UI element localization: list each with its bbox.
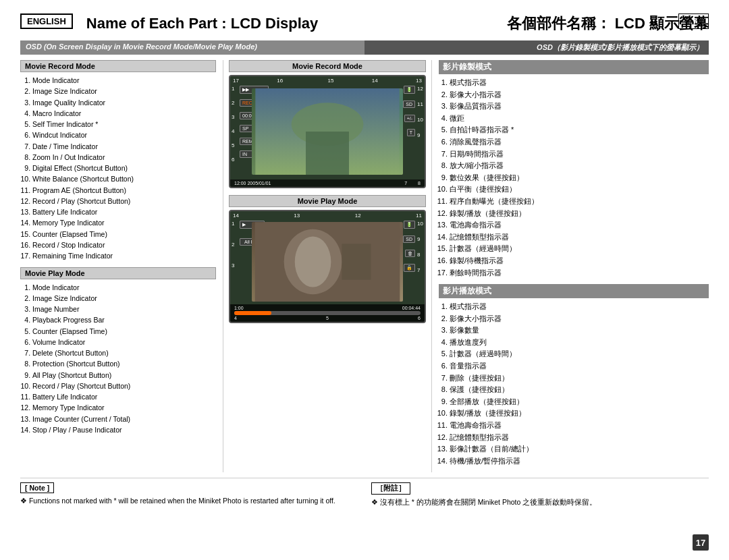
list-item: White Balance (Shortcut Button) (32, 173, 216, 184)
cn-play-header: 影片播放模式 (439, 284, 709, 298)
list-item: Image Size Indicator (32, 293, 216, 304)
taiwan-badge: 臺 灣 (678, 13, 709, 29)
list-item: 記憶體類型指示器 (450, 432, 709, 444)
list-item: 播放進度列 (450, 337, 709, 349)
list-item: Date / Time Indicator (32, 141, 216, 152)
num-8: 8 (418, 181, 421, 186)
play-mem-icon: SD (403, 235, 415, 243)
record-top-numbers: 17 16 15 14 13 (230, 78, 425, 84)
play-elapsed: 1:00 (234, 306, 244, 310)
list-item: Record / Play (Shortcut Button) (32, 196, 216, 206)
osd-left: OSD (On Screen Display in Movie Record M… (20, 40, 364, 55)
osd-banner: OSD (On Screen Display in Movie Record M… (20, 40, 709, 55)
record-left-numbers: 1 2 3 4 5 6 (232, 86, 234, 163)
list-item: Volume Indicator (32, 337, 216, 347)
list-item: Playback Progress Bar (32, 314, 216, 325)
list-item: 影像大小指示器 (450, 89, 709, 101)
svg-rect-6 (342, 244, 371, 280)
cn-play-list: 模式指示器 影像大小指示器 影像數量 播放進度列 計數器（經過時間） 音量指示器… (439, 301, 709, 467)
cn-record-header: 影片錄製模式 (439, 60, 709, 74)
list-item: 數位效果（捷徑按鈕） (450, 172, 709, 184)
list-item: Stop / Play / Pause Indicator (32, 424, 216, 435)
play-mode-list: Mode Indicator Image Size Indicator Imag… (20, 282, 216, 436)
play-protect-icon: 🔒 (404, 264, 415, 272)
note-en-content: ❖ Functions not marked with * will be re… (20, 496, 358, 507)
list-item: Image Number (32, 304, 216, 314)
record-right-numbers: 12 11 10 9 (417, 86, 423, 138)
cn-record-section: 影片錄製模式 模式指示器 影像大小指示器 影像品質指示器 微距 自拍計時器指示器… (439, 60, 709, 279)
list-item: 自拍計時器指示器 * (450, 124, 709, 136)
list-item: Windcut Indicator (32, 130, 216, 140)
play-battery-icon: 🔋 (404, 221, 415, 229)
list-item: 白平衡（捷徑按鈕） (450, 184, 709, 196)
list-item: 計數器（經過時間） (450, 243, 709, 255)
title-cn: 各個部件名稱： LCD 顯示螢幕 (398, 13, 709, 34)
pnum-13: 13 (294, 213, 300, 219)
list-item: 電池壽命指示器 (450, 219, 709, 231)
list-item: Record / Play (Shortcut Button) (32, 381, 216, 391)
num-12: 12 (417, 86, 423, 92)
list-item: 計數器（經過時間） (450, 348, 709, 360)
play-time-row: 1:00 00:04:44 (234, 306, 421, 310)
list-item: Digital Effect (Shortcut Button) (32, 163, 216, 173)
record-bottom-nums: 7 8 (404, 181, 421, 186)
num-9: 9 (417, 132, 423, 138)
list-item: Record / Stop Indicator (32, 240, 216, 250)
record-mode-list: Mode Indicator Image Size Indicator Imag… (20, 75, 216, 262)
list-item: Protection (Shortcut Button) (32, 358, 216, 369)
record-mode-section: Movie Record Mode Mode Indicator Image S… (20, 60, 216, 262)
num-15: 15 (328, 78, 334, 84)
center-column: Movie Record Mode 17 16 15 14 13 1 2 3 4… (223, 60, 432, 472)
zoom-icon: +/- (404, 115, 415, 122)
note-cn-text: 沒有標上 * 的功能將會在關閉 Miniket Photo 之後重新啟動時保留。 (380, 498, 597, 506)
list-item: 模式指示器 (450, 301, 709, 313)
note-section: [ Note ] ❖ Functions not marked with * w… (20, 478, 709, 508)
note-cn-header: ［附註］ (371, 482, 410, 495)
record-camera-photo (252, 88, 403, 175)
osd-right: OSD（影片錄製模式/影片播放模式下的螢幕顯示） (364, 40, 709, 55)
list-item: 刪除（捷徑按鈕） (450, 372, 709, 385)
note-en: [ Note ] ❖ Functions not marked with * w… (20, 482, 358, 508)
list-item: 消除風聲指示器 (450, 136, 709, 148)
play-camera-screen: 14 13 12 11 1 2 3 ▶ All Play (229, 210, 426, 323)
pnum-14: 14 (233, 213, 239, 219)
list-item: 日期/時間指示器 (450, 148, 709, 161)
record-camera-screen: 17 16 15 14 13 1 2 3 4 5 6 ▶▶ (229, 75, 426, 188)
play-bottom-bar: 1:00 00:04:44 4 5 6 (230, 304, 425, 322)
record-mode-header: Movie Record Mode (20, 60, 216, 72)
list-item: Battery Life Indicator (32, 391, 216, 402)
num-7: 7 (404, 181, 407, 186)
svg-rect-2 (306, 132, 349, 175)
pnum-9: 9 (417, 236, 423, 242)
right-column: 影片錄製模式 模式指示器 影像大小指示器 影像品質指示器 微距 自拍計時器指示器… (432, 60, 709, 472)
battery-icon: 🔋 (404, 86, 415, 94)
english-badge: ENGLISH (20, 13, 73, 29)
header: ENGLISH Name of Each Part : LCD Display … (20, 13, 709, 36)
left-column: Movie Record Mode Mode Indicator Image S… (20, 60, 223, 472)
list-item: 影像品質指示器 (450, 101, 709, 113)
play-camera-photo (252, 222, 403, 302)
note-en-text: Functions not marked with * will be reta… (29, 497, 335, 505)
page: ENGLISH Name of Each Part : LCD Display … (0, 0, 729, 560)
pnum-3: 3 (232, 262, 234, 269)
list-item: 錄製/待機指示器 (450, 255, 709, 267)
list-item: Mode Indicator (32, 282, 216, 293)
play-mode-label: Movie Play Mode (229, 195, 426, 207)
list-item: Remaining Time Indicator (32, 250, 216, 261)
list-item: Counter (Elapsed Time) (32, 229, 216, 240)
list-item: Counter (Elapsed Time) (32, 326, 216, 337)
num-5: 5 (232, 142, 234, 148)
play-top-numbers: 14 13 12 11 (230, 213, 425, 219)
record-right-icons: 🔋 SD +/- T (403, 86, 415, 136)
list-item: Program AE (Shortcut Button) (32, 185, 216, 196)
pnum-11: 11 (416, 213, 422, 219)
pnum-10: 10 (417, 221, 423, 227)
list-item: 待機/播放/暫停指示器 (450, 455, 709, 468)
num-6: 6 (232, 157, 234, 163)
play-delete-icon: 🗑 (405, 250, 415, 257)
list-item: 保護（捷徑按鈕） (450, 384, 709, 396)
num-3: 3 (232, 114, 234, 120)
pnum-12: 12 (355, 213, 361, 219)
list-item: Image Counter (Current / Total) (32, 414, 216, 424)
list-item: Macro Indicator (32, 108, 216, 119)
